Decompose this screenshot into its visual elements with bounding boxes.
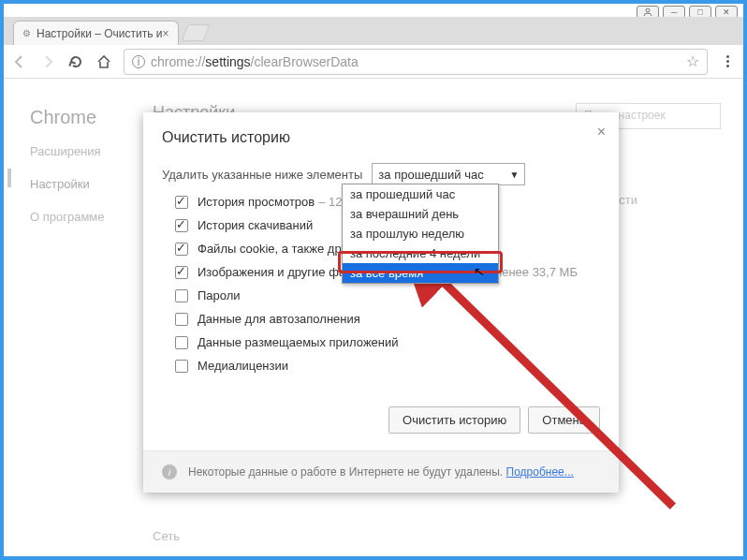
address-bar[interactable]: i chrome://settings/clearBrowserData ☆ xyxy=(124,49,708,75)
dialog-close-button[interactable]: × xyxy=(597,124,606,140)
caret-down-icon: ▼ xyxy=(509,169,519,180)
row-media-licenses[interactable]: Медиалицензии xyxy=(175,359,600,373)
site-info-icon[interactable]: i xyxy=(132,55,145,68)
time-range-select[interactable]: за прошедший час ▼ xyxy=(372,163,525,185)
label-history: История просмотров xyxy=(198,195,315,209)
checkbox-hosted-apps[interactable] xyxy=(175,336,188,349)
cursor-icon: ↖ xyxy=(473,263,487,280)
dd-option-hour[interactable]: за прошедший час xyxy=(343,184,498,204)
page-content: Chrome Расширения Настройки О программе … xyxy=(7,82,740,553)
tab-title: Настройки – Очистить и xyxy=(37,27,162,40)
forward-button[interactable] xyxy=(39,53,56,70)
checkbox-cache[interactable] xyxy=(175,266,188,279)
label-downloads: История скачиваний xyxy=(198,218,313,232)
row-passwords[interactable]: Пароли xyxy=(175,288,600,302)
checkbox-cookies[interactable] xyxy=(175,243,188,256)
tab-settings[interactable]: ⚙ Настройки – Очистить и × xyxy=(13,21,179,45)
label-media-licenses: Медиалицензии xyxy=(198,359,288,373)
clear-button[interactable]: Очистить историю xyxy=(388,406,520,434)
url-path: /clearBrowserData xyxy=(251,54,359,69)
checkbox-downloads[interactable] xyxy=(175,219,188,232)
dd-option-day[interactable]: за вчерашний день xyxy=(343,204,498,224)
time-range-value: за прошедший час xyxy=(378,168,483,182)
gear-icon: ⚙ xyxy=(22,28,31,39)
dd-option-week[interactable]: за прошлую неделю xyxy=(343,224,498,243)
back-button[interactable] xyxy=(11,53,28,70)
checkbox-history[interactable] xyxy=(175,196,188,209)
time-range-label: Удалить указанные ниже элементы xyxy=(162,168,362,182)
dialog-title: Очистить историю xyxy=(162,129,290,145)
learn-more-link[interactable]: Подробнее... xyxy=(506,465,574,479)
svg-point-0 xyxy=(646,8,650,12)
dialog-info-bar: i Некоторые данные о работе в Интернете … xyxy=(143,450,619,493)
checkbox-passwords[interactable] xyxy=(175,289,188,302)
label-hosted-apps: Данные размещаемых приложений xyxy=(198,335,399,349)
label-passwords: Пароли xyxy=(198,288,241,302)
bookmark-icon[interactable]: ☆ xyxy=(686,52,699,70)
clear-data-dialog: Очистить историю × Удалить указанные ниж… xyxy=(143,112,619,493)
home-button[interactable] xyxy=(95,53,112,70)
toolbar: i chrome://settings/clearBrowserData ☆ xyxy=(4,45,743,79)
cancel-button[interactable]: Отмена xyxy=(528,406,600,434)
window-frame: ─ □ ✕ ⚙ Настройки – Очистить и × i chrom… xyxy=(0,0,747,560)
chrome-menu-button[interactable] xyxy=(719,55,736,67)
info-icon: i xyxy=(162,464,177,479)
label-autofill: Данные для автозаполнения xyxy=(198,312,360,326)
row-autofill[interactable]: Данные для автозаполнения xyxy=(175,312,600,326)
checkbox-media-licenses[interactable] xyxy=(175,360,188,373)
row-hosted-apps[interactable]: Данные размещаемых приложений xyxy=(175,335,600,349)
dd-option-4weeks[interactable]: за последние 4 недели xyxy=(343,243,498,263)
tab-strip: ⚙ Настройки – Очистить и × xyxy=(4,17,743,45)
window-titlebar: ─ □ ✕ xyxy=(4,4,743,17)
dialog-header: Очистить историю × xyxy=(143,112,619,150)
url-prefix: chrome:// xyxy=(151,54,205,69)
reload-button[interactable] xyxy=(67,53,84,70)
new-tab-button[interactable] xyxy=(182,24,211,41)
dialog-footer: Очистить историю Отмена xyxy=(143,390,619,450)
close-tab-icon[interactable]: × xyxy=(162,27,168,40)
checkbox-autofill[interactable] xyxy=(175,313,188,326)
url-host: settings xyxy=(205,54,250,69)
info-text: Некоторые данные о работе в Интернете не… xyxy=(188,465,503,479)
